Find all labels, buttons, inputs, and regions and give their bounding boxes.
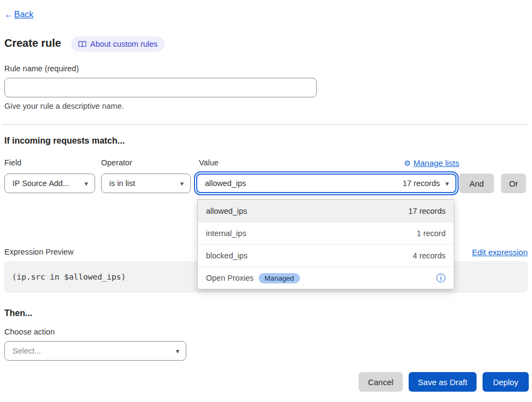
chevron-down-icon: ▾ — [84, 180, 88, 188]
info-icon[interactable]: ⓘ — [436, 274, 446, 283]
value-dropdown-panel: allowed_ips 17 records internal_ips 1 re… — [197, 199, 454, 289]
edit-expression-label: Edit expression — [472, 248, 528, 257]
page-title: Create rule — [4, 37, 61, 50]
field-select-value: IP Source Add... — [12, 179, 70, 188]
field-select[interactable]: IP Source Add... ▾ — [4, 174, 95, 193]
rule-name-input[interactable] — [4, 78, 317, 97]
about-badge-label: About custom rules — [90, 40, 158, 48]
list-item-internal-ips[interactable]: internal_ips 1 record — [198, 222, 454, 244]
value-label: Value — [199, 158, 218, 167]
or-button[interactable]: Or — [501, 174, 526, 193]
expression-preview-label: Expression Preview — [4, 248, 73, 256]
value-select[interactable]: allowed_ips 17 records ▾ — [196, 174, 456, 193]
back-link[interactable]: ← Back — [4, 10, 34, 20]
chevron-down-icon: ▾ — [180, 180, 184, 188]
rule-name-label: Rule name (required) — [4, 64, 79, 73]
gear-icon: ⚙ — [404, 159, 411, 168]
value-select-records: 17 records — [403, 179, 440, 188]
create-rule-page: ← Back Create rule About custom rules Ru… — [0, 0, 532, 402]
list-item-name: allowed_ips — [206, 207, 247, 215]
managed-badge: Managed — [259, 273, 300, 283]
chevron-down-icon: ▾ — [445, 180, 449, 188]
field-label: Field — [4, 158, 21, 167]
book-icon — [78, 41, 86, 48]
then-section-heading: Then... — [4, 308, 33, 318]
cancel-button[interactable]: Cancel — [359, 372, 403, 392]
list-item-records: 4 records — [413, 251, 446, 260]
chevron-down-icon: ▾ — [176, 347, 179, 355]
list-item-name: blocked_ips — [206, 251, 248, 260]
list-item-name: internal_ips — [206, 229, 246, 238]
list-item-blocked-ips[interactable]: blocked_ips 4 records — [198, 244, 454, 267]
manage-lists-link[interactable]: ⚙ Manage lists — [404, 158, 459, 168]
choose-action-label: Choose action — [4, 327, 55, 336]
match-section-heading: If incoming requests match... — [4, 136, 124, 146]
edit-expression-link[interactable]: Edit expression — [472, 248, 528, 257]
operator-select[interactable]: is in list ▾ — [101, 174, 191, 193]
action-select[interactable]: Select... ▾ — [4, 341, 186, 361]
list-item-allowed-ips[interactable]: allowed_ips 17 records — [198, 200, 454, 222]
manage-lists-label: Manage lists — [414, 158, 459, 168]
list-item-records: 1 record — [417, 229, 446, 238]
list-item-records: 17 records — [408, 207, 446, 215]
list-item-open-proxies[interactable]: Open Proxies Managed ⓘ — [198, 267, 454, 289]
and-button[interactable]: And — [459, 174, 494, 193]
expression-code: (ip.src in $allowed_ips) — [12, 273, 126, 281]
back-arrow-icon: ← — [4, 10, 13, 20]
list-item-name: Open Proxies — [206, 274, 254, 282]
about-custom-rules-badge[interactable]: About custom rules — [71, 36, 165, 52]
action-select-placeholder: Select... — [12, 347, 41, 355]
value-select-value: allowed_ips — [205, 179, 246, 188]
section-divider — [2, 124, 528, 125]
rule-name-helper-text: Give your rule a descriptive name. — [4, 102, 124, 110]
operator-label: Operator — [101, 158, 132, 167]
deploy-button[interactable]: Deploy — [483, 372, 529, 392]
save-as-draft-button[interactable]: Save as Draft — [409, 372, 477, 392]
back-link-label: Back — [14, 10, 34, 20]
operator-select-value: is in list — [109, 179, 135, 188]
